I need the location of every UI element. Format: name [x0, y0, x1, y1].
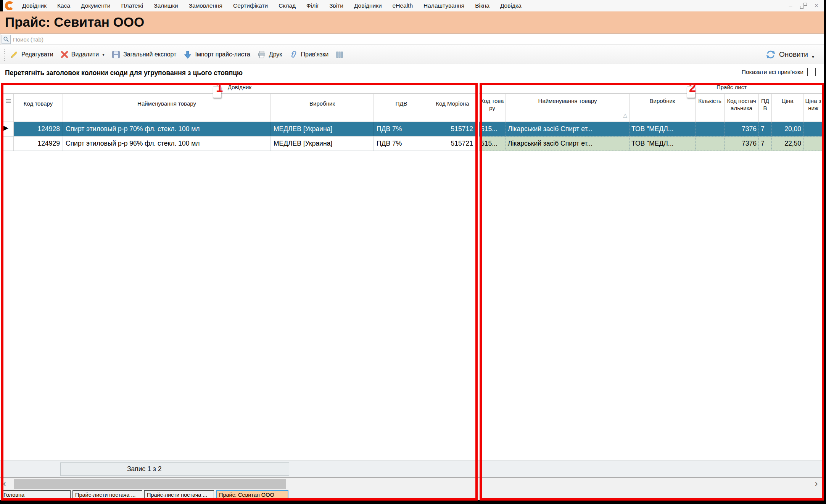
delete-button[interactable]: Видалити ▾: [60, 50, 105, 59]
menu-items: ДовідникКасаДокументиПлатежіЗалишкиЗамов…: [17, 0, 527, 11]
table-cell[interactable]: 124928: [14, 122, 63, 136]
column-header-label: Ціна зниж: [805, 98, 821, 111]
tab[interactable]: Головна: [1, 490, 71, 500]
grid-corner-cell: [3, 94, 14, 122]
row-indicator: [3, 136, 14, 151]
paperclip-icon: [289, 50, 298, 59]
tab[interactable]: Прайс-листи постача ...: [144, 490, 214, 500]
close-button[interactable]: ×: [813, 0, 820, 11]
table-cell[interactable]: 7: [759, 122, 772, 136]
table-cell[interactable]: 515...: [479, 136, 506, 151]
import-button[interactable]: Імпорт прайс-листа: [183, 50, 250, 59]
tab-active[interactable]: Прайс: Севитан ООО: [216, 490, 288, 500]
menu-item-довідник[interactable]: Довідник: [17, 0, 52, 11]
menu-bar: ДовідникКасаДокументиПлатежіЗалишкиЗамов…: [0, 0, 824, 11]
grid-header-row: Код товаруНайменування товару△ВиробникКі…: [479, 93, 824, 122]
menu-item-довідка[interactable]: Довідка: [495, 0, 527, 11]
grid-header-row: Код товаруНайменування товаруВиробникПДВ…: [3, 93, 476, 122]
table-cell[interactable]: [803, 122, 823, 136]
table-cell[interactable]: 22,50: [772, 136, 803, 151]
table-cell[interactable]: Спирт этиловый р-р 96% фл. стекл. 100 мл: [63, 136, 271, 151]
menu-item-налаштування[interactable]: Налаштування: [418, 0, 470, 11]
table-cell[interactable]: [696, 136, 725, 151]
menu-item-сертифікати[interactable]: Сертифікати: [228, 0, 273, 11]
menu-item-звіти[interactable]: Звіти: [324, 0, 349, 11]
column-header[interactable]: Ціна: [772, 94, 803, 122]
tab[interactable]: Прайс-листи постача ...: [72, 490, 142, 500]
table-row[interactable]: ▶124928Спирт этиловый р-р 70% фл. стекл.…: [3, 122, 476, 136]
show-bindings-checkbox[interactable]: [807, 68, 816, 76]
menu-item-ehealth[interactable]: eHealth: [387, 0, 418, 11]
table-cell[interactable]: 515712: [429, 122, 476, 136]
table-row[interactable]: 515...Лікарський засіб Спирт ет...ТОВ "М…: [479, 136, 824, 151]
table-cell[interactable]: 7376: [725, 122, 759, 136]
table-cell[interactable]: ПДВ 7%: [374, 122, 429, 136]
table-cell[interactable]: [696, 122, 725, 136]
column-header[interactable]: Найменування товару△: [506, 94, 630, 122]
column-header[interactable]: ПДВ: [759, 94, 772, 122]
table-cell[interactable]: Лікарський засіб Спирт ет...: [506, 136, 630, 151]
menu-item-замовлення[interactable]: Замовлення: [184, 0, 228, 11]
menu-item-документи[interactable]: Документи: [76, 0, 116, 11]
scroll-right-icon[interactable]: ›: [815, 478, 818, 490]
table-cell[interactable]: 7376: [725, 136, 759, 151]
column-header[interactable]: Код постачальника: [725, 94, 759, 122]
bindings-button[interactable]: Прив'язки: [289, 50, 328, 59]
column-header-label: Код Моріона: [436, 100, 469, 107]
table-cell[interactable]: Лікарський засіб Спирт ет...: [506, 122, 630, 136]
menu-item-філії[interactable]: Філії: [301, 0, 324, 11]
scrollbar-thumb[interactable]: [14, 479, 286, 489]
table-cell[interactable]: 124929: [14, 136, 63, 151]
table-cell[interactable]: [803, 136, 823, 151]
title-band: Прайс: Севитан ООО: [0, 11, 824, 34]
edit-button[interactable]: Редагувати: [10, 50, 53, 59]
refresh-button[interactable]: Оновити ▾: [765, 49, 814, 60]
delete-dropdown-caret-icon[interactable]: ▾: [102, 52, 105, 57]
table-cell[interactable]: 515...: [479, 122, 506, 136]
menu-item-залишки[interactable]: Залишки: [148, 0, 184, 11]
menu-item-вікна[interactable]: Вікна: [470, 0, 495, 11]
menu-item-каса[interactable]: Каса: [52, 0, 76, 11]
menu-item-довідники[interactable]: Довідники: [349, 0, 387, 11]
table-row[interactable]: 515...Лікарський засіб Спирт ет...ТОВ "М…: [479, 122, 824, 136]
refresh-dropdown-caret-icon[interactable]: ▾: [812, 54, 814, 59]
export-button[interactable]: Загальний експорт: [111, 50, 176, 59]
minimize-button[interactable]: –: [787, 0, 794, 11]
column-header[interactable]: Кількість: [696, 94, 725, 122]
menu-item-склад[interactable]: Склад: [273, 0, 301, 11]
selected-row-arrow-icon: ▶: [3, 124, 8, 132]
right-panel-caption: Прайс лист: [717, 84, 747, 90]
table-cell[interactable]: ТОВ "МЕДЛ...: [630, 122, 696, 136]
download-arrow-icon: [183, 50, 192, 59]
table-cell[interactable]: Спирт этиловый р-р 70% фл. стекл. 100 мл: [63, 122, 271, 136]
group-by-hint: Перетягніть заголовок колонки сюди для у…: [0, 64, 824, 82]
print-button[interactable]: Друк: [257, 50, 282, 59]
column-header[interactable]: Найменування товару: [63, 94, 271, 122]
table-cell[interactable]: ТОВ "МЕДЛ...: [630, 136, 696, 151]
column-header-label: Код товару: [24, 100, 53, 107]
table-cell[interactable]: 7: [759, 136, 772, 151]
horizontal-scrollbar[interactable]: ‹ ›: [0, 477, 824, 490]
column-header[interactable]: Виробник: [271, 94, 374, 122]
table-cell[interactable]: ПДВ 7%: [374, 136, 429, 151]
toolbar-grip-handle[interactable]: [3, 48, 6, 61]
search-input[interactable]: [11, 36, 824, 43]
column-header[interactable]: Ціна зниж: [803, 94, 823, 122]
table-cell[interactable]: 515721: [429, 136, 476, 151]
sort-ascending-icon: △: [623, 112, 627, 119]
column-header[interactable]: Виробник: [630, 94, 696, 122]
table-row[interactable]: 124929Спирт этиловый р-р 96% фл. стекл. …: [3, 136, 476, 151]
menu-item-платежі[interactable]: Платежі: [116, 0, 148, 11]
column-header-label: Код товару: [481, 98, 504, 111]
column-header[interactable]: Код товару: [479, 94, 506, 122]
search-icon[interactable]: [2, 35, 11, 44]
column-header[interactable]: Код товару: [14, 94, 63, 122]
table-cell[interactable]: МЕДЛЕВ [Украина]: [271, 136, 374, 151]
column-header[interactable]: Код Моріона: [429, 94, 476, 122]
table-cell[interactable]: 20,00: [772, 122, 803, 136]
status-bar: Запис 1 з 2: [0, 461, 824, 477]
column-header[interactable]: ПДВ: [374, 94, 429, 122]
scroll-left-icon[interactable]: ‹: [3, 478, 6, 490]
table-cell[interactable]: МЕДЛЕВ [Украина]: [271, 122, 374, 136]
columns-button[interactable]: [335, 50, 344, 59]
